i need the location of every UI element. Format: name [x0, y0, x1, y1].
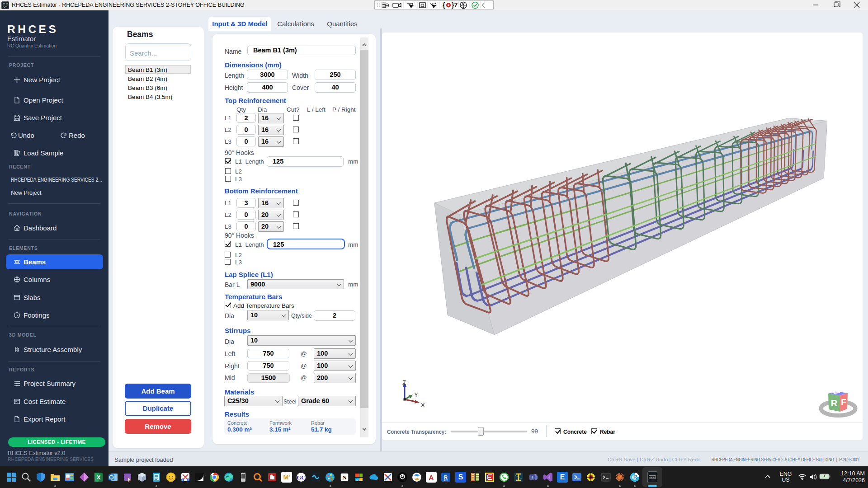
svg-text:F: F [841, 397, 846, 407]
svg-text:T: T [531, 475, 533, 479]
svg-text:Z: Z [402, 379, 406, 386]
svg-text:X: X [97, 474, 101, 481]
svg-text:M365: M365 [356, 479, 362, 482]
svg-text:GC: GC [297, 474, 306, 481]
svg-text:N: N [342, 474, 347, 481]
svg-text:RVT: RVT [444, 479, 448, 482]
svg-text:{: { [443, 1, 445, 9]
svg-text:Y: Y [414, 391, 418, 398]
svg-text:X: X [421, 402, 425, 408]
svg-text:R: R [633, 474, 637, 480]
svg-text:R: R [831, 398, 838, 408]
svg-text:}7: }7 [452, 1, 458, 9]
